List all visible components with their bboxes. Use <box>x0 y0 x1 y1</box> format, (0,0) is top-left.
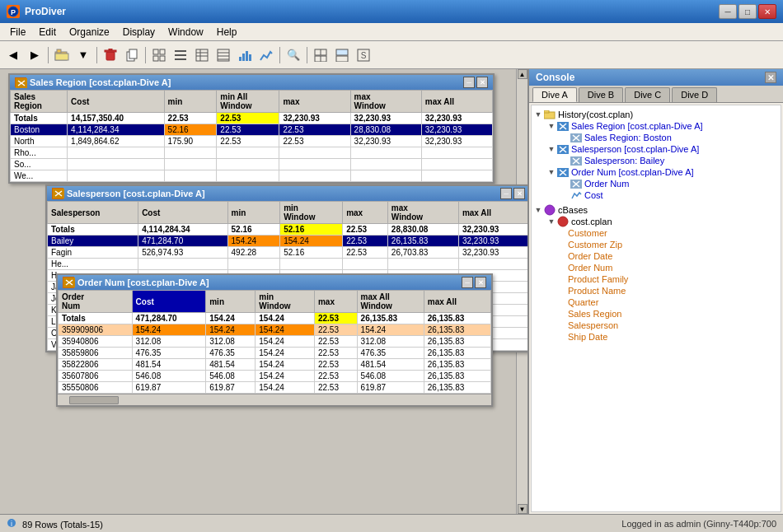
history-folder-icon <box>543 110 556 119</box>
tree-field-customer-zip[interactable]: Customer Zip <box>532 239 781 250</box>
tree-cost-field[interactable]: Cost <box>532 189 781 201</box>
chart-button-1[interactable] <box>235 45 255 65</box>
sales-region-title-bar[interactable]: Sales Region [cost.cplan-Dive A] ─ ✕ <box>10 75 493 90</box>
close-button[interactable]: ✕ <box>758 4 776 19</box>
table-row[interactable]: Bailey 471,284.70 154.24 154.24 22.53 26… <box>48 236 528 247</box>
tree-field-salesperson[interactable]: Salesperson <box>532 320 781 331</box>
tab-dive-c[interactable]: Dive C <box>625 87 670 102</box>
table-row[interactable]: 35822806 481.54 481.54 154.24 22.53 481.… <box>59 359 491 371</box>
col-min-all-window: min AllWindow <box>217 91 279 113</box>
tree-field-quarter[interactable]: Quarter <box>532 296 781 308</box>
cost-cplan-toggle[interactable]: ▼ <box>546 217 556 226</box>
order-num-hscroll[interactable] <box>58 394 491 405</box>
tree-field-product-family[interactable]: Product Family <box>532 273 781 285</box>
menu-help[interactable]: Help <box>210 25 244 40</box>
hscroll-thumb[interactable] <box>69 396 119 404</box>
salesperson-minimize[interactable]: ─ <box>500 188 512 199</box>
maximize-button[interactable]: □ <box>738 4 757 19</box>
tree-field-customer[interactable]: Customer <box>532 227 781 239</box>
grid-button-4[interactable] <box>213 45 233 65</box>
tab-dive-d[interactable]: Dive D <box>672 87 717 102</box>
forward-button[interactable]: ▶ <box>25 45 45 65</box>
svg-text:P: P <box>11 8 16 16</box>
menu-display[interactable]: Display <box>116 25 162 40</box>
table-row[interactable]: 35940806 312.08 312.08 154.24 22.53 312.… <box>59 336 491 348</box>
app-title: ProDiver <box>25 6 714 17</box>
table-row[interactable]: North 1,849,864.62 175.90 22.53 22.53 32… <box>11 136 493 147</box>
table-row[interactable]: 359909806 154.24 154.24 154.24 22.53 154… <box>59 324 491 336</box>
table-row[interactable]: Fagin 526,974.93 492.28 52.16 22.53 26,7… <box>48 247 528 259</box>
dive-area: Sales Region [cost.cplan-Dive A] ─ ✕ Sal… <box>0 69 527 514</box>
tree-order-num[interactable]: ▼ Order Num [cost.cplan-Dive A] <box>532 166 781 178</box>
sales-region-close[interactable]: ✕ <box>476 77 488 88</box>
field-product-family-label: Product Family <box>568 274 628 284</box>
salesperson-controls: ─ ✕ <box>500 188 525 199</box>
col-min-on: min <box>206 291 256 313</box>
col-sales-region: SalesRegion <box>11 91 68 113</box>
menu-file[interactable]: File <box>3 25 32 40</box>
tree-field-ship-date[interactable]: Ship Date <box>532 331 781 343</box>
table-row[interactable]: 35607806 546.08 546.08 154.24 22.53 546.… <box>59 371 491 382</box>
salesperson-icon <box>52 188 63 199</box>
tree-salesperson[interactable]: ▼ Salesperson [cost.cplan-Dive A] <box>532 143 781 155</box>
open-button[interactable] <box>52 45 72 65</box>
order-num-table-wrapper: OrderNum Cost min minWindow max max AllW… <box>58 290 491 394</box>
tab-dive-b[interactable]: Dive B <box>579 87 623 102</box>
sales-region-toggle[interactable]: ▼ <box>546 122 556 130</box>
grid-button-3[interactable] <box>192 45 212 65</box>
back-button[interactable]: ◀ <box>3 45 23 65</box>
console-close-icon[interactable]: ✕ <box>765 72 776 83</box>
tree-salesperson-bailey[interactable]: Salesperson: Bailey <box>532 155 781 166</box>
tree-cbases[interactable]: ▼ cBases <box>532 204 781 216</box>
table-row[interactable]: We... <box>11 170 493 182</box>
tree-sales-region-boston[interactable]: Sales Region: Boston <box>532 132 781 143</box>
table-row[interactable]: 35550806 619.87 619.87 154.24 22.53 619.… <box>59 382 491 394</box>
table-row[interactable]: Totals 471,284.70 154.24 154.24 22.53 26… <box>59 313 491 324</box>
tree-field-order-num[interactable]: Order Num <box>532 262 781 273</box>
menu-window[interactable]: Window <box>162 25 210 40</box>
menu-edit[interactable]: Edit <box>32 25 63 40</box>
tree-history-folder[interactable]: ▼ History(cost.cplan) <box>532 109 781 120</box>
delete-button[interactable] <box>101 45 120 65</box>
table-row[interactable]: Totals 14,157,350.40 22.53 22.53 32,230.… <box>11 113 493 124</box>
chart-button-2[interactable] <box>256 45 276 65</box>
vscroll-down-btn[interactable]: ▼ <box>518 504 527 514</box>
salesperson-title-bar[interactable]: Salesperson [cost.cplan-Dive A] ─ ✕ <box>47 186 527 201</box>
table-row[interactable]: He... <box>48 259 528 270</box>
table-row[interactable]: So... <box>11 159 493 170</box>
tree-sales-region[interactable]: ▼ Sales Region [cost.cplan-Dive A] <box>532 120 781 132</box>
special-button[interactable]: S <box>354 45 373 65</box>
tree-field-order-date[interactable]: Order Date <box>532 250 781 262</box>
order-num-close[interactable]: ✕ <box>475 277 486 288</box>
copy-button[interactable] <box>122 45 142 65</box>
search-button[interactable]: 🔍 <box>284 45 303 65</box>
grid-button-1[interactable] <box>149 45 169 65</box>
tree-field-sales-region[interactable]: Sales Region <box>532 308 781 320</box>
salesperson-close[interactable]: ✕ <box>513 188 525 199</box>
minimize-button[interactable]: ─ <box>719 4 737 19</box>
grid-button-6[interactable] <box>332 45 352 65</box>
order-num-minimize[interactable]: ─ <box>462 277 473 288</box>
sales-region-minimize[interactable]: ─ <box>463 77 475 88</box>
menu-organize[interactable]: Organize <box>63 25 116 40</box>
tree-cost-cplan[interactable]: ▼ cost.cplan <box>532 216 781 227</box>
order-num-title-bar[interactable]: Order Num [cost.cplan-Dive A] ─ ✕ <box>58 275 491 290</box>
dropdown-button[interactable]: ▼ <box>73 45 93 65</box>
tab-dive-a[interactable]: Dive A <box>532 87 577 102</box>
cbases-toggle[interactable]: ▼ <box>533 206 543 214</box>
table-row[interactable]: 35859806 476.35 476.35 154.24 22.53 476.… <box>59 348 491 359</box>
grid-button-5[interactable] <box>311 45 331 65</box>
table-row[interactable]: Totals 4,114,284.34 52.16 52.16 22.53 28… <box>48 224 528 236</box>
tree-field-product-name[interactable]: Product Name <box>532 285 781 296</box>
order-num-toggle[interactable]: ▼ <box>546 168 556 176</box>
table-row[interactable]: Boston 4,114,284.34 52.16 22.53 22.53 28… <box>11 124 493 136</box>
history-toggle[interactable]: ▼ <box>533 110 543 119</box>
vscroll-up-btn[interactable]: ▲ <box>518 69 527 79</box>
salesperson-toggle[interactable]: ▼ <box>546 145 556 153</box>
col-max-sp: max <box>343 202 388 224</box>
cbases-label: cBases <box>558 205 588 215</box>
salesperson-tree-icon <box>556 144 570 154</box>
table-row[interactable]: Rho... <box>11 147 493 159</box>
grid-button-2[interactable] <box>171 45 190 65</box>
tree-order-num-item[interactable]: Order Num <box>532 178 781 189</box>
